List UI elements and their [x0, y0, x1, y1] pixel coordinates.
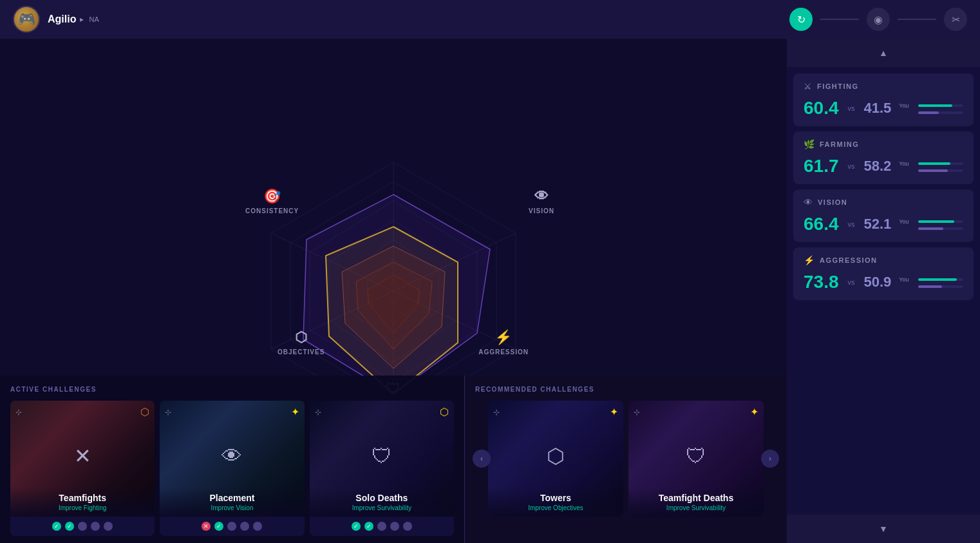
- stats-nav-down[interactable]: ▼: [787, 515, 980, 543]
- bar-fill-opp: [918, 111, 938, 114]
- fighting-opponent-score: 41.5: [864, 100, 892, 117]
- bar-track-opp-farming: [918, 169, 963, 172]
- placement-type-icon: ⊹: [165, 408, 171, 417]
- teamfight-deaths-name: Teamfight Deaths: [635, 493, 757, 503]
- placement-content: Placement Improve Vision: [160, 488, 304, 517]
- placement-rank-icon: ✦: [291, 406, 299, 418]
- active-challenges-title: ACTIVE CHALLENGES: [10, 386, 454, 393]
- towers-type-icon: ⊹: [493, 408, 500, 417]
- bar-row-opp: [899, 111, 963, 114]
- teamfight-deaths-rank-icon: ✦: [750, 406, 759, 418]
- active-challenge-cards: ⊹ ⬡ ✕ Teamfights Improve Fighting ✓ ✓: [10, 401, 454, 536]
- stat-header-fighting: ⚔ FIGHTING: [804, 81, 963, 91]
- dot-p5: [253, 522, 262, 531]
- stat-card-vision: 👁 VISION 66.4 vs 52.1 You: [793, 189, 974, 242]
- towers-inner: ⊹ ✦ ⬡ Towers Improve Objectives: [488, 401, 623, 517]
- challenge-card-teamfights[interactable]: ⊹ ⬡ ✕ Teamfights Improve Fighting ✓ ✓: [10, 401, 155, 536]
- bar-track-vision: [918, 220, 963, 223]
- aggression-title: AGGRESSION: [820, 256, 878, 264]
- active-challenges-section: ACTIVE CHALLENGES ⊹ ⬡ ✕ Teamfights Impro…: [0, 376, 465, 543]
- placement-desc: Improve Vision: [166, 504, 297, 511]
- placement-name: Placement: [166, 493, 297, 503]
- bar-fill-opp-farming: [918, 169, 947, 172]
- dot-1: ✓: [52, 522, 61, 531]
- username: Agilio: [48, 14, 76, 25]
- refresh-icon: ↻: [797, 14, 806, 26]
- aggression-values: 73.8 vs 50.9 You: [804, 272, 963, 292]
- teamfights-top-icons: ⊹ ⬡: [15, 406, 149, 418]
- towers-desc: Improve Objectives: [495, 504, 617, 511]
- solo-deaths-name: Solo Deaths: [316, 493, 448, 503]
- bar-row-opp-aggression: [899, 285, 963, 288]
- stats-panel: ▲ ⚔ FIGHTING 60.4 vs 41.5 You: [787, 39, 980, 543]
- dot-p1: ✕: [202, 522, 211, 531]
- farming-player-score: 61.7: [804, 156, 839, 176]
- placement-inner: ⊹ ✦ 👁 Placement Improve Vision: [160, 401, 304, 517]
- chevron-up-icon: ▲: [879, 48, 888, 58]
- teamfights-main-icon: ✕: [74, 444, 91, 468]
- bar-fill-farming-you: [918, 162, 950, 165]
- settings-button[interactable]: ✂: [944, 8, 967, 31]
- avatar: 🎮: [13, 6, 40, 33]
- stat-header-vision: 👁 VISION: [804, 197, 963, 207]
- vision-values: 66.4 vs 52.1 You: [804, 214, 963, 234]
- placement-dots: ✕ ✓: [160, 517, 304, 536]
- bar-track-aggression: [918, 278, 963, 281]
- bar-row-you-vision: You: [899, 218, 963, 225]
- dot-s5: [403, 522, 412, 531]
- scissors-icon: ✂: [952, 14, 960, 26]
- teamfights-desc: Improve Fighting: [17, 504, 148, 511]
- teamfights-content: Teamfights Improve Fighting: [10, 488, 155, 517]
- teamfight-deaths-main-icon: 🛡: [686, 444, 706, 468]
- stats-nav-up[interactable]: ▲: [787, 39, 980, 67]
- dot-4: [91, 522, 100, 531]
- stat-card-aggression: ⚡ AGGRESSION 73.8 vs 50.9 You: [793, 247, 974, 300]
- dot-s3: [377, 522, 386, 531]
- profile-button[interactable]: ◉: [867, 8, 890, 31]
- bar-fill-aggression-you: [918, 278, 956, 281]
- rec-card-towers[interactable]: ⊹ ✦ ⬡ Towers Improve Objectives: [488, 401, 623, 517]
- solo-deaths-rank-icon: ⬡: [440, 406, 449, 418]
- refresh-button[interactable]: ↻: [789, 8, 813, 31]
- teamfight-deaths-inner: ⊹ ✦ 🛡 Teamfight Deaths Improve Survivabi…: [628, 401, 764, 517]
- challenge-card-placement[interactable]: ⊹ ✦ 👁 Placement Improve Vision ✕ ✓: [160, 401, 304, 536]
- challenge-type-icon: ⊹: [15, 408, 22, 417]
- solo-deaths-desc: Improve Survivability: [316, 504, 448, 511]
- bar-track-opp-aggression: [918, 285, 963, 288]
- fighting-icon: ⚔: [804, 81, 812, 91]
- dot-s1: ✓: [352, 522, 361, 531]
- towers-name: Towers: [495, 493, 617, 503]
- teamfight-deaths-top-icons: ⊹ ✦: [634, 406, 759, 418]
- bar-track-opp-vision: [918, 227, 963, 230]
- header-actions: ↻ ◉ ✂: [789, 8, 967, 31]
- towers-main-icon: ⬡: [547, 444, 565, 468]
- consistency-icon: 🎯: [263, 188, 281, 205]
- farming-title: FARMING: [820, 140, 859, 148]
- teamfight-deaths-content: Teamfight Deaths Improve Survivability: [628, 488, 764, 517]
- teamfights-inner: ⊹ ⬡ ✕ Teamfights Improve Fighting: [10, 401, 155, 517]
- bar-fill-opp-vision: [918, 227, 943, 230]
- label-consistency: 🎯 CONSISTENCY: [245, 188, 299, 214]
- header: 🎮 Agilio ▸ NA ↻ ◉ ✂: [0, 0, 980, 39]
- fighting-title: FIGHTING: [817, 82, 859, 90]
- recommended-cards: ⊹ ✦ ⬡ Towers Improve Objectives: [488, 401, 764, 517]
- header-separator-2: [898, 19, 936, 20]
- chevron-down-icon: ▼: [879, 524, 888, 534]
- towers-content: Towers Improve Objectives: [488, 488, 623, 517]
- rec-nav-right[interactable]: ›: [761, 450, 779, 468]
- towers-rank-icon: ✦: [610, 406, 618, 418]
- dot-5: [104, 522, 113, 531]
- vision-title: VISION: [818, 198, 847, 206]
- dot-p4: [240, 522, 249, 531]
- teamfight-deaths-type-icon: ⊹: [634, 408, 640, 417]
- rec-nav-left[interactable]: ‹: [473, 450, 491, 468]
- bar-track-opp: [918, 111, 963, 114]
- recommended-challenges-section: RECOMMENDED CHALLENGES ‹ ⊹ ✦ ⬡ Towers Im…: [465, 376, 787, 543]
- vision-stat-icon: 👁: [804, 197, 813, 207]
- stats-scroll[interactable]: ⚔ FIGHTING 60.4 vs 41.5 You: [787, 67, 980, 515]
- rec-card-teamfight-deaths[interactable]: ⊹ ✦ 🛡 Teamfight Deaths Improve Survivabi…: [628, 401, 764, 517]
- bar-fill-vision-you: [918, 220, 954, 223]
- challenge-card-solo-deaths[interactable]: ⊹ ⬡ 🛡 Solo Deaths Improve Survivability …: [310, 401, 454, 536]
- teamfight-deaths-desc: Improve Survivability: [635, 504, 757, 511]
- solo-deaths-type-icon: ⊹: [315, 408, 321, 417]
